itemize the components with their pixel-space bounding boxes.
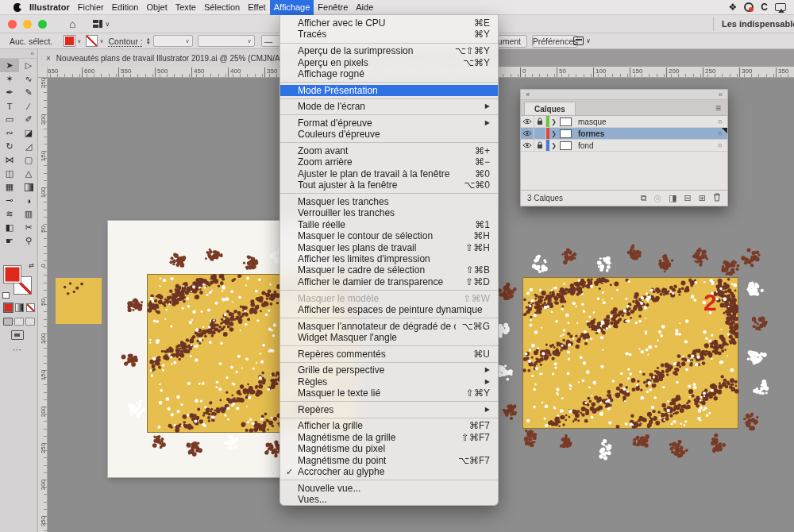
hand-tool[interactable]: ☛ (0, 234, 19, 248)
menubar-item-texte[interactable]: Texte (172, 0, 200, 15)
menu-item-masquer-les-tranches[interactable]: Masquer les tranches (280, 196, 498, 207)
menu-item-magn-tisme-du-point[interactable]: Magnétisme du point⌥⌘F7 (280, 455, 498, 466)
document-tab[interactable]: × Nouveautés plans de travail Illustrato… (38, 49, 287, 67)
layer-thumbnail[interactable] (558, 140, 573, 151)
menubar-item-objet[interactable]: Objet (142, 0, 171, 15)
stroke-weight-label[interactable]: Contour : (109, 37, 143, 46)
workspace-switcher[interactable]: Les indispensables cla (713, 17, 794, 31)
panel-collapse-icon[interactable]: « (719, 91, 723, 98)
stroke-color-swatch[interactable] (86, 35, 98, 47)
menu-item-rep-res[interactable]: Repères▶ (280, 404, 498, 415)
expand-arrow-icon[interactable]: ❯ (549, 116, 558, 127)
menu-item-aper-u-en-pixels[interactable]: Aperçu en pixels⌥⌘Y (280, 57, 498, 68)
menu-item-vues[interactable]: Vues... (280, 494, 498, 505)
layer-name[interactable]: formes (573, 129, 713, 138)
default-fill-stroke-icon[interactable] (2, 292, 10, 299)
layer-row-masque[interactable]: ❯masque○ (521, 116, 727, 128)
menubar-item-illustrator[interactable]: Illustrator (25, 0, 74, 15)
visibility-eye-icon[interactable] (521, 128, 534, 139)
menu-item-r-gles[interactable]: Règles▶ (280, 376, 498, 387)
close-window-button[interactable] (8, 20, 17, 29)
layer-name[interactable]: fond (573, 141, 713, 150)
layers-tab[interactable]: Calques (524, 102, 576, 115)
rectangle-tool[interactable]: ▭ (0, 113, 19, 126)
apple-icon[interactable] (10, 3, 25, 12)
magic-wand-tool[interactable]: ✶ (0, 72, 19, 86)
new-sublayer-icon[interactable]: ⊟ (684, 193, 692, 203)
target-circle-icon[interactable]: ○ (713, 116, 727, 127)
free-transform-tool[interactable]: ▢ (19, 153, 38, 167)
menu-item-mode-pr-sentation[interactable]: Mode Présentation (280, 85, 498, 96)
lasso-tool[interactable]: ∿ (19, 72, 38, 86)
visibility-eye-icon[interactable] (521, 116, 534, 127)
menu-item-afficher-la-grille[interactable]: Afficher la grille⌘F7 (280, 420, 498, 431)
menu-item-magn-tisme-de-la-grille[interactable]: Magnétisme de la grille⇧⌘F7 (280, 432, 498, 443)
menu-item-masquer-le-cadre-de-s-lection[interactable]: Masquer le cadre de sélection⇧⌘B (280, 264, 498, 276)
line-segment-tool[interactable]: ∕ (19, 99, 38, 113)
menu-item-zoom-avant[interactable]: Zoom avant⌘+ (280, 145, 498, 156)
airplay-icon[interactable] (775, 3, 786, 11)
visibility-eye-icon[interactable] (521, 140, 534, 151)
menubar-item-sélection[interactable]: Sélection (200, 0, 244, 15)
expand-arrow-icon[interactable]: ❯ (549, 128, 558, 139)
draw-behind-button[interactable] (14, 318, 24, 326)
zoom-tool[interactable]: ⚲ (19, 234, 38, 248)
shape-builder-tool[interactable]: ◫ (0, 167, 19, 180)
menu-item-afficher-le-damier-de-transparence[interactable]: Afficher le damier de transparence⇧⌘D (280, 276, 498, 287)
menu-item-masquer-l-annotateur-de-d-grad-de-couleurs[interactable]: Masquer l'annotateur de dégradé de coule… (280, 321, 498, 332)
menu-item-trac-s[interactable]: Tracés⌘Y (280, 29, 498, 40)
minimize-window-button[interactable] (23, 20, 32, 29)
lock-icon[interactable] (534, 128, 546, 139)
layer-name[interactable]: masque (573, 118, 713, 126)
stroke-chevron-icon[interactable]: ∨ (99, 38, 103, 44)
draw-normal-button[interactable] (3, 318, 13, 326)
menu-item-magn-tisme-du-pixel[interactable]: Magnétisme du pixel (280, 443, 498, 454)
menu-item-nouvelle-vue[interactable]: Nouvelle vue... (280, 483, 498, 494)
menu-item-format-d-preuve[interactable]: Format d'épreuve▶ (280, 118, 498, 129)
eyedropper-tool[interactable]: ⊸ (0, 194, 19, 207)
new-layer-icon[interactable]: ⊞ (699, 193, 706, 203)
mesh-tool[interactable]: ▦ (0, 180, 19, 194)
layer-row-fond[interactable]: ❯fond○ (521, 140, 727, 152)
menu-item-widget-masquer-l-angle[interactable]: Widget Masquer l'angle (280, 332, 498, 343)
stroke-weight-combo[interactable]: ∨ (153, 35, 193, 47)
home-icon[interactable]: ⌂ (69, 17, 75, 30)
arrange-documents-icon[interactable]: ∨ (93, 20, 110, 28)
tool-panel-header[interactable]: « (0, 49, 37, 59)
screen-mode-button[interactable] (11, 330, 24, 340)
fill-stroke-indicator[interactable]: ⇄ (2, 262, 36, 299)
target-circle-icon[interactable]: ○ (713, 140, 727, 151)
swap-fill-stroke-icon[interactable]: ⇄ (29, 262, 34, 269)
menu-item-affichage-rogn[interactable]: Affichage rogné (280, 68, 498, 79)
dropbox-icon[interactable]: ❖ (729, 2, 738, 13)
shaper-tool[interactable]: ∾ (0, 126, 19, 140)
none-mode-button[interactable] (26, 303, 35, 312)
edit-toolbar-icon[interactable]: ⋯ (13, 345, 21, 355)
rotate-tool[interactable]: ↻ (0, 140, 19, 153)
stroke-weight-stepper[interactable]: ▲▼ (146, 37, 151, 45)
menu-item-taille-r-elle[interactable]: Taille réelle⌘1 (280, 219, 498, 230)
menu-item-mode-de-l-cran[interactable]: Mode de l'écran▶ (280, 101, 498, 112)
lock-icon[interactable] (534, 116, 546, 127)
menu-item-masquer-le-texte-li[interactable]: Masquer le texte lié⇧⌘Y (280, 387, 498, 399)
delete-layer-icon[interactable] (713, 193, 721, 203)
slice-tool[interactable]: ✂ (19, 221, 38, 234)
menubar-item-effet[interactable]: Effet (244, 0, 269, 15)
menu-item-aper-u-de-la-surimpression[interactable]: Aperçu de la surimpression⌥⇧⌘Y (280, 45, 498, 56)
creative-cloud-icon[interactable]: C (761, 2, 768, 13)
menu-item-afficher-avec-le-cpu[interactable]: Afficher avec le CPU⌘E (280, 17, 498, 29)
type-tool[interactable]: T (0, 99, 19, 113)
layer-row-formes[interactable]: ❯formes○ (521, 128, 727, 140)
panel-menu-icon[interactable]: ≡ (715, 102, 727, 115)
scale-tool[interactable]: ◿ (19, 140, 38, 153)
menu-item-couleurs-d-preuve[interactable]: Couleurs d'épreuve (280, 129, 498, 140)
layer-thumbnail[interactable] (558, 128, 573, 139)
menu-item-masquer-les-plans-de-travail[interactable]: Masquer les plans de travail⇧⌘H (280, 242, 498, 253)
menubar-item-edition[interactable]: Edition (108, 0, 143, 15)
fill-color-swatch[interactable] (64, 35, 75, 47)
perspective-grid-tool[interactable]: △ (19, 167, 38, 180)
menu-item-afficher-les-espaces-de-peinture-dynamique[interactable]: Afficher les espaces de peinture dynamiq… (280, 304, 498, 315)
menu-item-tout-ajuster-la-fen-tre[interactable]: Tout ajuster à la fenêtre⌥⌘0 (280, 179, 498, 191)
zoom-window-button[interactable] (38, 20, 47, 29)
curvature-tool[interactable]: ✎ (19, 86, 38, 99)
